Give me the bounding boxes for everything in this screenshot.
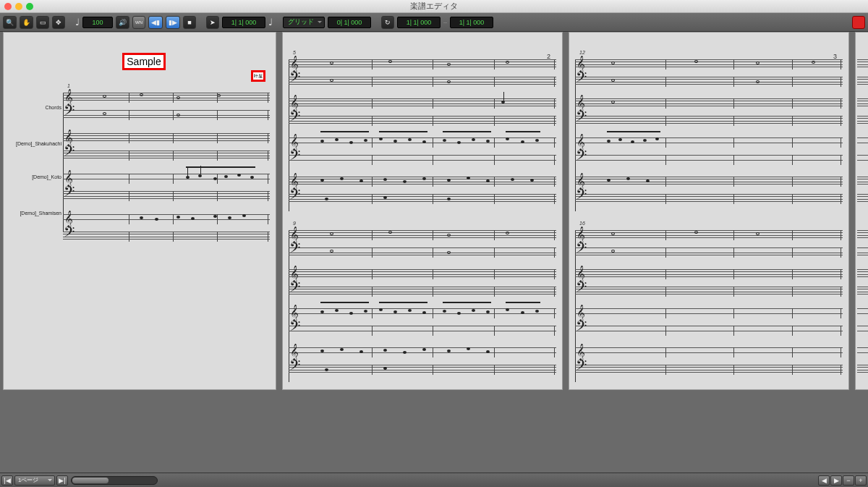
grid-mode-dropdown[interactable]: グリッド xyxy=(283,17,325,28)
track-label: [Demo]_Koto xyxy=(7,174,61,179)
record-button[interactable] xyxy=(852,16,865,29)
scroll-right-button[interactable]: ▶ xyxy=(830,475,842,486)
score-title-annotation: Sample xyxy=(122,53,166,70)
horizontal-scrollbar[interactable] xyxy=(71,476,158,485)
grab-tool-icon[interactable]: ✋ xyxy=(20,16,33,29)
score-page-3: 3 12 16 𝄞 𝄢 𝄞 𝄢 xyxy=(569,32,849,390)
staff: 𝄞 xyxy=(63,171,270,186)
note-value-icon-2: ♩ xyxy=(268,17,273,27)
window-title: 楽譜エディタ xyxy=(0,1,868,12)
loop-start-field[interactable]: 1| 1| 000 xyxy=(397,17,441,28)
metronome-icon[interactable]: 🔊 xyxy=(116,16,129,29)
play-next-button[interactable]: ▮▶ xyxy=(166,16,180,29)
main-toolbar: 🔍 ✋ ▭ ✥ ♩ 100 🔊 WN ◀▮ ▮▶ ■ ➤ 1| 1| 000 ♩… xyxy=(0,13,868,32)
track-label: [Demo]_Shakuhachi xyxy=(7,141,61,146)
staff: 𝄢 xyxy=(63,229,270,244)
grid-value-field[interactable]: 0| 1| 000 xyxy=(328,17,371,28)
score-canvas[interactable]: Sample 叶屋 1 Chords [Demo]_Shakuhachi [De… xyxy=(0,32,868,473)
go-first-page-button[interactable]: |◀ xyxy=(1,475,13,486)
staff: 𝄞 xyxy=(63,90,270,105)
footer-bar: |◀ 1ページ ▶| ◀ ▶ − + xyxy=(0,473,868,487)
track-label: [Demo]_Shamisen xyxy=(7,211,61,216)
staff-system: 𝄞 𝄢 𝄞 𝄢 𝄞 xyxy=(289,228,556,380)
staff: 𝄢 xyxy=(63,108,270,122)
go-last-page-button[interactable]: ▶| xyxy=(56,475,68,486)
track-label: Chords xyxy=(7,105,61,110)
loop-icon[interactable]: ↻ xyxy=(381,16,394,29)
select-tool-icon[interactable]: ▭ xyxy=(36,16,49,29)
score-subtitle-annotation: 叶屋 xyxy=(251,70,265,82)
measure-number: 5 xyxy=(293,50,296,55)
score-page-4 xyxy=(855,32,868,390)
pointer-tool-icon[interactable]: ➤ xyxy=(206,16,219,29)
measure-number: 1 xyxy=(67,83,70,88)
measure-number: 12 xyxy=(579,50,585,55)
zoom-in-button[interactable]: + xyxy=(855,475,867,486)
scroll-left-button[interactable]: ◀ xyxy=(818,475,830,486)
score-page-1: Sample 叶屋 1 Chords [Demo]_Shakuhachi [De… xyxy=(3,32,276,390)
staff: 𝄞 xyxy=(63,131,270,145)
pages-container: Sample 叶屋 1 Chords [Demo]_Shakuhachi [De… xyxy=(0,32,868,390)
staff-system: 𝄞 𝄢 𝄞 𝄢 𝄞 𝄢 xyxy=(575,228,843,380)
tempo-field[interactable]: 100 xyxy=(82,17,113,28)
measure-number: 16 xyxy=(579,221,585,226)
measure-number: 9 xyxy=(293,221,296,226)
stop-button[interactable]: ■ xyxy=(183,16,196,29)
staff-system: 𝄞 𝄢 𝄞 𝄢 xyxy=(63,90,270,247)
staff: 𝄞 xyxy=(63,212,270,226)
score-page-2: 2 5 9 𝄞 𝄢 𝄞 𝄢 xyxy=(282,32,563,390)
window-titlebar: 楽譜エディタ xyxy=(0,0,868,13)
play-prev-button[interactable]: ◀▮ xyxy=(148,16,163,29)
loop-end-field[interactable]: 1| 1| 000 xyxy=(450,17,493,28)
range-separator: – xyxy=(443,19,447,26)
staff: 𝄢 xyxy=(63,148,270,163)
zoom-out-button[interactable]: − xyxy=(843,475,854,486)
pan-tool-icon[interactable]: ✥ xyxy=(52,16,65,29)
staff: 𝄢 xyxy=(63,189,270,203)
staff-system: 𝄞 𝄢 𝄞 𝄢 𝄞 xyxy=(289,57,556,209)
wait-note-button[interactable]: WN xyxy=(132,16,145,29)
zoom-tool-icon[interactable]: 🔍 xyxy=(3,16,17,29)
note-value-icon: ♩ xyxy=(75,17,80,27)
cursor-position-field[interactable]: 1| 1| 000 xyxy=(222,17,265,28)
staff-system: 𝄞 𝄢 𝄞 𝄢 𝄞 xyxy=(575,57,843,209)
page-select-dropdown[interactable]: 1ページ xyxy=(14,475,55,486)
